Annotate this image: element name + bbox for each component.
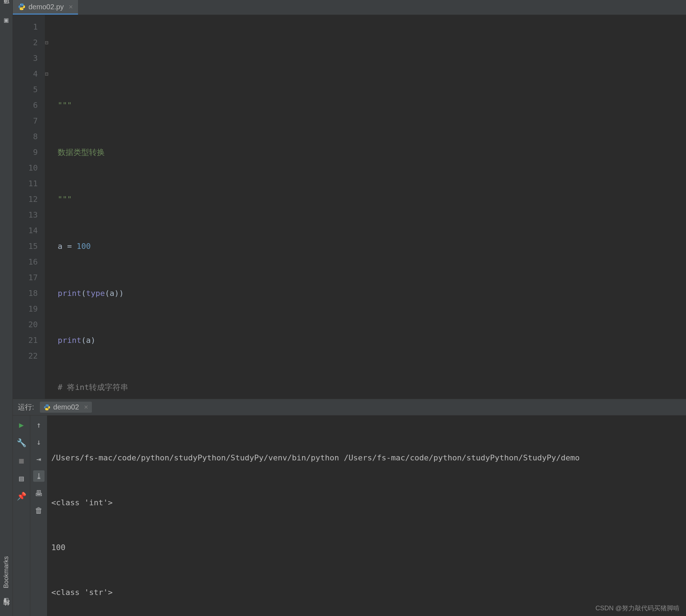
console-line: /Users/fs-mac/code/python/studyPython/St… bbox=[51, 450, 682, 465]
run-toolbar-left: ▶ 🔧 ■ ▤ 📌 bbox=[13, 416, 30, 616]
wrench-icon[interactable]: 🔧 bbox=[16, 437, 27, 448]
folder-icon[interactable]: ▣ bbox=[4, 16, 8, 24]
run-tab[interactable]: demo02 × bbox=[40, 402, 92, 413]
soft-wrap-icon[interactable]: ⇥ bbox=[33, 453, 45, 465]
svg-point-0 bbox=[20, 4, 21, 5]
pin-icon[interactable]: 📌 bbox=[16, 490, 27, 502]
print-icon[interactable]: 🖶 bbox=[33, 487, 45, 499]
run-label: 运行: bbox=[18, 402, 34, 412]
run-panel: 运行: demo02 × ▶ 🔧 ■ ▤ 📌 ↑ bbox=[13, 399, 686, 616]
svg-point-1 bbox=[22, 9, 23, 10]
code-editor[interactable]: 12345678910111213141516171819202122 ⊟ ⊟ … bbox=[13, 15, 686, 399]
watermark: CSDN @努力敲代码买猪脚啃 bbox=[596, 604, 680, 612]
console-line: 100 bbox=[51, 540, 682, 555]
line-gutter: 12345678910111213141516171819202122 bbox=[13, 15, 45, 399]
fold-end-icon[interactable]: ⊟ bbox=[45, 66, 56, 82]
tool-rail: 项目 ▣ Bookmarks ◧ 结构 bbox=[0, 0, 13, 616]
layout-icon[interactable]: ▤ bbox=[16, 473, 27, 484]
fold-icon[interactable]: ⊟ bbox=[45, 35, 56, 51]
close-icon[interactable]: × bbox=[84, 403, 88, 411]
rail-bookmarks[interactable]: Bookmarks bbox=[2, 556, 10, 588]
python-icon bbox=[43, 404, 51, 411]
console-output[interactable]: /Users/fs-mac/code/python/studyPython/St… bbox=[47, 416, 686, 616]
rerun-button[interactable]: ▶ bbox=[16, 419, 27, 430]
console-line: <class 'str'> bbox=[51, 585, 682, 600]
scroll-to-end-icon[interactable]: ⤓ bbox=[33, 470, 45, 482]
run-header: 运行: demo02 × bbox=[13, 399, 686, 416]
code-area[interactable]: """ 数据类型转换 """ a = 100 print(type(a)) pr… bbox=[56, 15, 686, 399]
close-icon[interactable]: × bbox=[69, 3, 73, 11]
console-line: <class 'int'> bbox=[51, 495, 682, 510]
run-toolbar-right: ↑ ↓ ⇥ ⤓ 🖶 🗑 bbox=[30, 416, 47, 616]
bookmark-icon[interactable]: ◧ bbox=[4, 595, 8, 604]
tab-demo02[interactable]: demo02.py × bbox=[13, 0, 78, 15]
down-icon[interactable]: ↓ bbox=[33, 436, 45, 448]
fold-column: ⊟ ⊟ bbox=[45, 15, 56, 399]
run-tab-name: demo02 bbox=[53, 403, 79, 411]
stop-button[interactable]: ■ bbox=[16, 455, 27, 466]
editor-tabs: demo02.py × bbox=[13, 0, 686, 15]
python-icon bbox=[18, 3, 26, 11]
tab-filename: demo02.py bbox=[28, 3, 64, 11]
up-icon[interactable]: ↑ bbox=[33, 419, 45, 430]
trash-icon[interactable]: 🗑 bbox=[33, 505, 45, 516]
